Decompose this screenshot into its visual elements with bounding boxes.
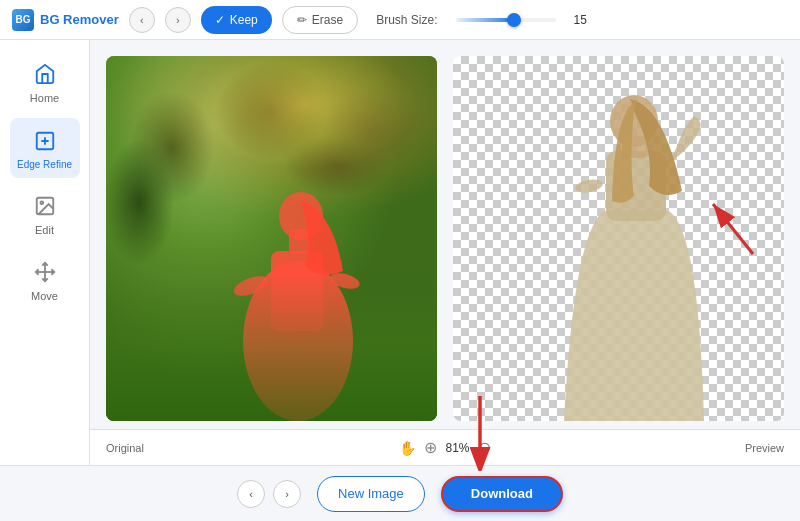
zoom-out-icon[interactable]: ⊖ [478,438,491,457]
grass-overlay [106,275,437,421]
new-image-button[interactable]: New Image [317,476,425,512]
sidebar-home-label: Home [30,92,59,104]
sidebar: Home Edge Refine Edit [0,40,90,465]
sidebar-item-home[interactable]: Home [10,52,80,112]
move-icon [31,258,59,286]
svg-point-12 [575,178,605,195]
footer-navigation: ‹ › [237,480,301,508]
erase-button[interactable]: ✏ Erase [282,6,358,34]
pan-icon[interactable]: ✋ [399,440,416,456]
sidebar-item-edge-refine[interactable]: Edge Refine [10,118,80,178]
app-name: BG Remover [40,12,119,27]
home-icon [31,60,59,88]
svg-point-2 [40,201,43,204]
zoom-controls: ✋ ⊕ 81% ⊖ [399,438,490,457]
sidebar-item-move[interactable]: Move [10,250,80,310]
brush-size-value: 15 [574,13,594,27]
edit-icon [31,192,59,220]
svg-line-16 [713,204,753,254]
content-area: Original ✋ ⊕ 81% ⊖ Preview [90,40,800,465]
brush-size-label: Brush Size: [376,13,437,27]
footer-bar: ‹ › New Image Download [0,465,800,521]
zoom-in-icon[interactable]: ⊕ [424,438,437,457]
preview-canvas[interactable] [453,56,784,421]
bottom-bar: Original ✋ ⊕ 81% ⊖ Preview [90,429,800,465]
original-panel [106,56,437,421]
app-logo-icon: BG [12,9,34,31]
edge-refine-icon [31,127,59,155]
erase-icon: ✏ [297,13,307,27]
next-image-button[interactable]: › [273,480,301,508]
zoom-percent: 81% [445,441,469,455]
keep-button[interactable]: ✓ Keep [201,6,272,34]
sidebar-item-edit[interactable]: Edit [10,184,80,244]
brush-size-slider[interactable] [456,18,556,22]
download-button[interactable]: Download [441,476,563,512]
sidebar-edge-refine-label: Edge Refine [17,159,72,170]
canvas-area [90,40,800,429]
arrow-annotation-right [698,184,758,268]
sidebar-edit-label: Edit [35,224,54,236]
original-image [106,56,437,421]
original-label: Original [106,442,445,454]
forward-button[interactable]: › [165,7,191,33]
main-layout: Home Edge Refine Edit [0,40,800,465]
app-logo: BG BG Remover [12,9,119,31]
original-canvas[interactable] [106,56,437,421]
back-button[interactable]: ‹ [129,7,155,33]
keep-checkmark-icon: ✓ [215,13,225,27]
preview-label: Preview [445,442,784,454]
topbar: BG BG Remover ‹ › ✓ Keep ✏ Erase Brush S… [0,0,800,40]
brush-thumb [507,13,521,27]
sidebar-move-label: Move [31,290,58,302]
prev-image-button[interactable]: ‹ [237,480,265,508]
preview-panel [453,56,784,421]
